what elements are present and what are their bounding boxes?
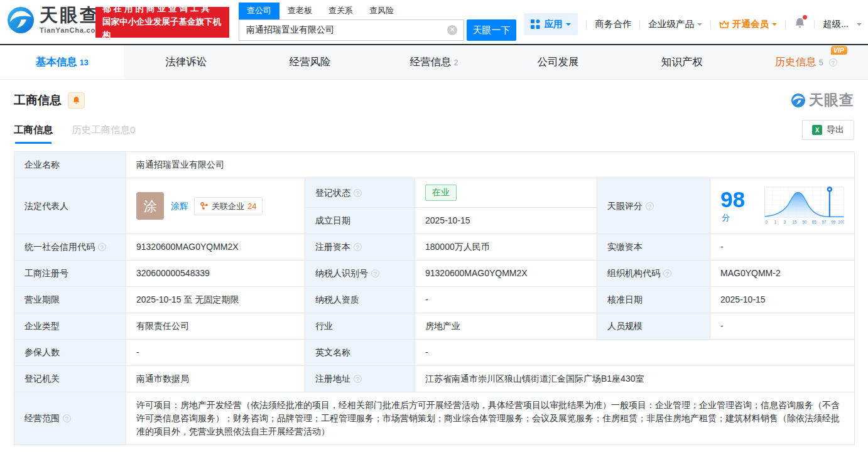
user-menu[interactable]: 超级... [823,18,849,30]
business-term-value: 2025-10-15 至 无固定期限 [126,287,305,313]
promo-banner[interactable]: 都在用的商业查询工具 国家中小企业发展子基金旗下机构 [95,7,229,38]
tab-history-info[interactable]: 历史信息 5 VIP ? [744,45,868,79]
monitor-bell-button[interactable] [68,92,85,109]
score-value: 98 [720,187,745,212]
tab-count: 2 [454,58,458,67]
apps-grid-icon [531,19,540,29]
help-icon[interactable]: ? [829,58,837,67]
related-companies-badge[interactable]: 关联企业 24 [194,197,263,215]
org-code-value: MAG0YQMM-2 [710,261,855,287]
tab-company-development[interactable]: 公司发展 [496,45,620,79]
export-button[interactable]: X 导出 [802,120,854,140]
svg-text:100: 100 [838,220,844,224]
help-icon[interactable]: ? [354,189,362,197]
svg-text:0: 0 [765,220,768,224]
field-label: 注册资本? [305,234,415,261]
search-area: 查公司 查老板 查关系 查风险 ✕ 天眼一下 [239,3,516,41]
legal-rep-link[interactable]: 涂辉 [171,200,188,213]
search-tab-company[interactable]: 查公司 [239,3,279,19]
chevron-down-icon[interactable] [857,23,862,28]
field-label: 工商注册号 [14,261,126,287]
field-label: 成立日期 [305,208,415,234]
tab-label: 经营风险 [290,55,331,69]
top-header: 天眼查 TianYanCha.com 都在用的商业查询工具 国家中小企业发展子基… [0,0,868,44]
orange-bell-icon [72,96,80,105]
field-label: 天眼评分? [597,178,710,234]
help-icon[interactable]: ? [63,414,71,422]
tab-label: 知识产权 [661,55,703,69]
tab-business-risk[interactable]: 经营风险 [248,45,372,79]
credit-code-value: 91320600MAG0YQMM2X [126,234,305,261]
help-icon[interactable]: ? [98,243,106,251]
approval-date-value: 2025-10-15 [710,287,855,313]
tab-label: 经营信息 [410,55,452,69]
reg-status-value: 在业 [415,178,597,208]
paid-capital-value: - [710,234,855,261]
search-input[interactable] [239,25,447,35]
table-row: 统一社会信用代码? 91320600MAG0YQMM2X 注册资本? 18000… [14,234,855,261]
tab-basic-info[interactable]: 基本信息 13 [0,45,124,79]
clear-icon[interactable]: ✕ [447,25,457,35]
avatar[interactable]: 涂 [136,192,164,220]
table-row: 登记机关 南通市数据局 注册地址? 江苏省南通市崇川区狼山镇街道汇金国际广场B1… [14,366,855,392]
tianyancha-logo[interactable]: 天眼查 TianYanCha.com [6,6,102,35]
field-label: 营业期限 [14,287,126,313]
apps-menu[interactable]: 应用 [524,13,578,35]
help-icon[interactable]: ? [663,269,671,277]
promo-line2: 国家中小企业发展子基金旗下机构 [102,16,222,42]
help-icon[interactable]: ? [354,375,362,383]
english-name-value: - [415,340,855,366]
subsection-tabs-row: 工商信息 历史工商信息0 X 导出 [0,110,868,144]
score-unit: 分 [722,213,730,222]
status-badge: 在业 [425,185,457,201]
field-label: 核准日期 [597,287,710,313]
tab-count: 5 [819,58,823,67]
search-tabs: 查公司 查老板 查关系 查风险 [239,3,516,19]
search-tab-relation[interactable]: 查关系 [320,3,361,19]
search-tab-boss[interactable]: 查老板 [279,3,320,19]
tab-label: 基本信息 [36,55,77,69]
tab-intellectual-property[interactable]: 知识产权 [620,45,744,79]
tab-business-info[interactable]: 经营信息 2 [372,45,496,79]
business-info-table: 企业名称 南通招瑞置业有限公司 法定代表人 涂 涂辉 关联企业 [14,151,855,445]
menu-cooperation[interactable]: 商务合作 [595,18,631,30]
divider [586,20,587,29]
score-distribution-chart: 0 1 3 15 50 85 97 99 100 [764,185,844,227]
watermark-logo-icon [791,93,806,108]
field-label: 人员规模 [597,313,710,340]
search-button[interactable]: 天眼一下 [467,19,516,41]
menu-open-vip[interactable]: 开通会员 [719,18,777,30]
notification-bell[interactable] [794,17,806,31]
tab-label: 法律诉讼 [165,55,207,69]
divider [639,20,640,29]
help-icon[interactable]: ? [371,269,379,277]
field-label: 经营范围? [14,392,126,445]
reg-authority-value: 南通市数据局 [126,366,305,392]
related-label: 关联企业 [212,200,244,213]
subtab-history-registration[interactable]: 历史工商信息0 [72,124,136,144]
help-icon[interactable]: ? [646,202,654,210]
menu-enterprise[interactable]: 企业级产品 [648,18,702,30]
company-nav-tabs: 基本信息 13 法律诉讼 经营风险 经营信息 2 公司发展 知识产权 历史信息 … [0,45,868,80]
tab-label: 历史信息 [775,55,816,69]
search-tab-risk[interactable]: 查风险 [361,3,402,19]
field-label: 统一社会信用代码? [14,234,126,261]
legal-rep-cell: 涂 涂辉 关联企业 24 [126,178,305,234]
section-header: 工商信息 天眼查 [0,80,868,110]
tianyancha-logo-icon [6,6,35,35]
subtab-business-registration[interactable]: 工商信息 [14,124,53,144]
svg-text:3: 3 [783,220,786,224]
reg-number-value: 320600000548339 [126,261,305,287]
tab-legal-litigation[interactable]: 法律诉讼 [124,45,247,79]
enterprise-label: 企业级产品 [648,18,694,30]
svg-text:85: 85 [811,220,816,224]
table-row: 法定代表人 涂 涂辉 关联企业 24 [14,178,855,208]
help-icon[interactable]: ? [354,243,362,251]
insured-count-value: - [126,340,305,366]
field-label: 实缴资本 [597,234,710,261]
table-row: 参保人数 - 英文名称 - [14,340,855,366]
table-row: 企业名称 南通招瑞置业有限公司 [14,152,855,178]
watermark-text: 天眼查 [809,90,854,110]
table-row: 工商注册号 320600000548339 纳税人识别号? 91320600MA… [14,261,855,287]
score-cell: 98分 [710,178,855,234]
